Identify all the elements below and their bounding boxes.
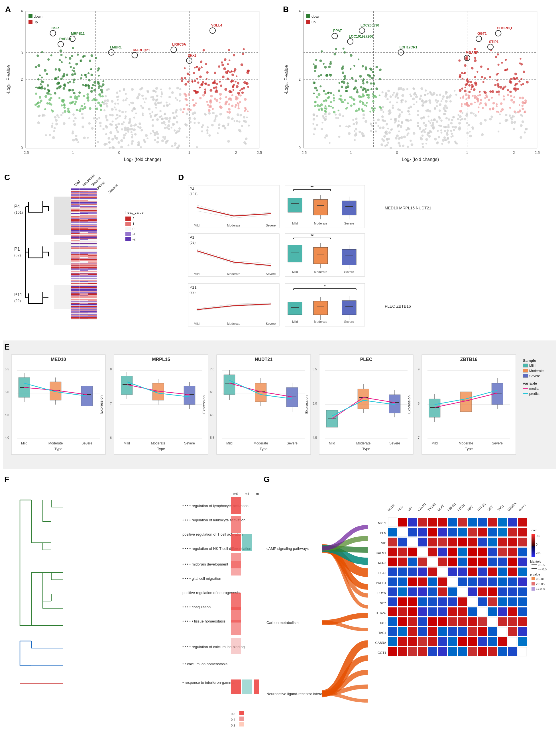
svg-text:6.5: 6.5 [210,390,214,394]
svg-text:• • • • coagulation: • • • • coagulation [182,605,211,609]
svg-text:SST: SST [487,505,494,512]
svg-text:HTR2C: HTR2C [376,611,386,614]
svg-rect-284 [523,369,528,372]
panel-f-svg: F • • • • regulation of lymphocyte activ… [3,473,259,747]
panel-d-svg: D P4 (101) Mild Moderate Severe [177,171,556,333]
panel-a: A 0 2 [3,3,276,165]
svg-text:• • • • midbrain development: • • • • midbrain development [182,562,228,566]
svg-text:Mild: Mild [21,441,27,445]
svg-text:Expression: Expression [202,395,206,414]
svg-text:8: 8 [110,367,112,371]
svg-text:Mild: Mild [194,322,199,325]
svg-text:Carbon metabolism: Carbon metabolism [266,621,299,625]
panel-c: C P4 (101) P1 (62) P11 (22) [3,171,174,333]
svg-text:Severe: Severe [287,441,298,445]
svg-text:2: 2 [235,150,237,155]
svg-text:5.0: 5.0 [5,390,9,394]
svg-text:TACR3: TACR3 [427,502,436,512]
svg-text:0: 0 [21,146,23,150]
svg-text:5.5: 5.5 [5,367,9,371]
svg-text:MED10: MED10 [51,357,66,362]
svg-text:P11: P11 [14,292,22,297]
svg-rect-313 [231,620,241,635]
svg-text:**: ** [311,234,314,238]
svg-text:up: up [312,20,316,24]
svg-text:predict: predict [529,392,540,396]
svg-text:C: C [4,173,10,182]
svg-text:*: * [324,284,326,289]
svg-rect-314 [231,638,241,654]
svg-text:GGT1: GGT1 [378,651,386,654]
svg-text:PDYN: PDYN [377,591,386,594]
svg-text:P1: P1 [14,247,20,251]
svg-text:5.5: 5.5 [210,436,214,439]
svg-text:Mild: Mild [292,270,298,273]
svg-text:down: down [312,14,320,19]
svg-rect-90 [342,201,356,215]
svg-text:Moderate: Moderate [529,369,544,373]
svg-rect-139 [314,301,328,315]
svg-text:0.4: 0.4 [231,718,235,722]
svg-text:Mild: Mild [226,441,233,445]
svg-text:Severe: Severe [344,270,354,273]
svg-rect-21 [28,20,33,24]
svg-text:GABRA: GABRA [375,641,386,645]
svg-text:GABRA: GABRA [507,502,517,512]
svg-text:2: 2 [299,77,301,81]
svg-text:MED10 MRPL15 NUDT21: MED10 MRPL15 NUDT21 [385,206,432,210]
svg-text:P4: P4 [14,204,20,209]
svg-text:(22): (22) [14,299,21,303]
svg-text:0: 0 [299,146,301,150]
svg-text:• • calcium ion homeostasis: • • calcium ion homeostasis [182,662,227,666]
svg-rect-19 [28,14,33,18]
svg-text:PLN: PLN [380,531,386,535]
svg-text:7.0: 7.0 [210,367,214,371]
svg-text:Severe: Severe [492,441,503,445]
svg-text:8: 8 [418,402,420,405]
svg-text:Moderate: Moderate [459,441,473,445]
svg-rect-327 [239,722,244,727]
svg-text:7: 7 [110,402,112,405]
svg-rect-326 [239,716,244,721]
svg-rect-64 [125,227,131,231]
svg-text:Moderate: Moderate [227,322,240,325]
svg-text:0.8: 0.8 [231,712,235,716]
svg-text:Mild: Mild [79,187,87,194]
svg-text:2: 2 [21,77,23,81]
svg-text:4: 4 [21,9,23,13]
svg-text:Severe: Severe [266,224,276,227]
svg-text:PRPS1: PRPS1 [447,502,457,512]
svg-rect-117 [342,249,356,265]
svg-text:1: 1 [133,222,135,226]
svg-text:PLEC ZBTB16: PLEC ZBTB16 [385,304,411,308]
svg-text:0: 0 [396,150,398,155]
svg-text:NPY: NPY [380,601,386,605]
svg-text:MYL9: MYL9 [387,504,395,512]
svg-text:0.2: 0.2 [231,724,235,727]
svg-text:7: 7 [418,436,420,439]
svg-text:-2.5: -2.5 [22,150,29,155]
svg-text:P1: P1 [189,235,194,240]
svg-text:-2: -2 [133,237,136,241]
svg-rect-82 [288,198,302,212]
svg-text:Type: Type [465,447,473,451]
svg-text:Moderate: Moderate [227,224,240,227]
svg-text:ZBTB16: ZBTB16 [460,357,478,362]
svg-text:1: 1 [466,150,468,155]
svg-text:Severe: Severe [266,272,276,276]
panel-e-svg: E MED10 5.5 5.0 4.5 4.0 Expression [3,341,556,469]
svg-text:-1: -1 [71,150,74,155]
svg-rect-316 [242,534,252,551]
svg-text:2.5: 2.5 [257,150,262,155]
svg-text:Type: Type [362,447,370,451]
svg-text:5.0: 5.0 [313,402,317,405]
svg-text:Mild: Mild [194,224,199,227]
svg-rect-143 [342,301,356,315]
svg-text:4.5: 4.5 [5,413,9,417]
svg-rect-66 [125,232,131,236]
svg-text:Severe: Severe [344,222,354,225]
svg-text:DLAT: DLAT [437,504,445,512]
svg-text:Neuroactive ligand-receptor in: Neuroactive ligand-receptor interaction [266,692,330,696]
svg-text:Severe: Severe [389,441,400,445]
svg-text:4.5: 4.5 [313,436,317,439]
